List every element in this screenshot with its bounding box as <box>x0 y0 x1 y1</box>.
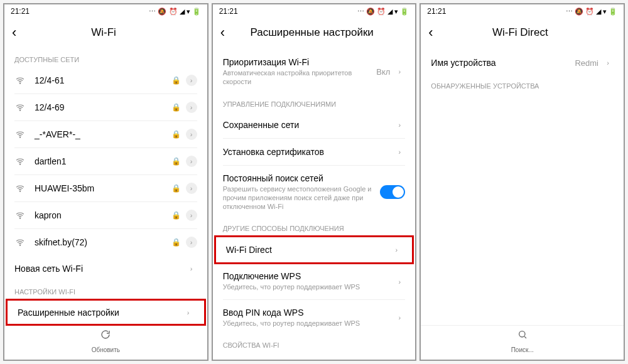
wifi-icon <box>14 103 26 112</box>
network-name: 12/4-61 <box>35 75 171 85</box>
lock-icon: 🔒 <box>171 76 181 85</box>
lock-icon: 🔒 <box>171 157 181 166</box>
wifi-icon <box>14 130 26 139</box>
chevron-right-icon: › <box>394 276 405 287</box>
page-title: Wi-Fi <box>8 26 199 39</box>
refresh-icon[interactable] <box>4 329 207 342</box>
chevron-right-icon: › <box>391 244 402 255</box>
header: ‹ Расширенные настройки <box>213 18 416 50</box>
network-name: HUAWEI-35bm <box>35 183 171 193</box>
always-scan[interactable]: Постоянный поиск сетей Разрешить сервису… <box>213 166 416 219</box>
wps-pin-sub: Убедитесь, что роутер поддерживает WPS <box>223 319 394 328</box>
wifi-direct-label: Wi-Fi Direct <box>226 245 391 255</box>
status-icons: ⋯ 🔕 ⏰ ◢ ▾ 🔋 <box>357 8 409 16</box>
screen-advanced: 21:21 ⋯ 🔕 ⏰ ◢ ▾ 🔋 ‹ Расширенные настройк… <box>212 3 417 361</box>
network-row[interactable]: HUAWEI-35bm🔒› <box>4 175 207 201</box>
chevron-right-icon: › <box>186 156 197 167</box>
priority-sub: Автоматическая настройка приоритетов ско… <box>223 68 377 87</box>
svg-point-5 <box>19 218 20 218</box>
section-available: ДОСТУПНЫЕ СЕТИ <box>4 50 207 67</box>
lock-icon: 🔒 <box>171 130 181 139</box>
wps-title: Подключение WPS <box>223 271 394 281</box>
status-bar: 21:21 ⋯ 🔕 ⏰ ◢ ▾ 🔋 <box>4 4 207 18</box>
wifi-icon <box>14 184 26 193</box>
chevron-right-icon: › <box>186 183 197 194</box>
svg-point-1 <box>19 110 20 110</box>
search-icon[interactable] <box>421 329 624 342</box>
wifi-direct[interactable]: Wi-Fi Direct › <box>214 235 414 264</box>
network-row[interactable]: kapron🔒› <box>4 202 207 228</box>
status-time: 21:21 <box>11 7 30 16</box>
new-network-label: Новая сеть Wi-Fi <box>14 264 186 274</box>
status-icons: ⋯ 🔕 ⏰ ◢ ▾ 🔋 <box>566 8 617 16</box>
device-name-label: Имя устройства <box>431 58 575 68</box>
screen-wifi: 21:21 ⋯ 🔕 ⏰ ◢ ▾ 🔋 ‹ Wi-Fi ДОСТУПНЫЕ СЕТИ… <box>3 3 208 361</box>
bottom-bar: Поиск... <box>421 325 624 360</box>
wifi-priority[interactable]: Приоритизация Wi-Fi Автоматическая настр… <box>213 50 416 94</box>
page-title: Wi-Fi Direct <box>425 26 616 39</box>
scan-toggle[interactable] <box>380 185 405 199</box>
chevron-right-icon: › <box>186 75 197 86</box>
network-row[interactable]: dartlen1🔒› <box>4 148 207 174</box>
chevron-right-icon: › <box>186 102 197 113</box>
chevron-right-icon: › <box>186 263 197 274</box>
network-name: kapron <box>35 210 171 220</box>
lock-icon: 🔒 <box>171 184 181 193</box>
section-properties: СВОЙСТВА WI-FI <box>213 335 416 353</box>
network-name: 12/4-69 <box>35 102 171 112</box>
chevron-right-icon: › <box>394 119 405 131</box>
network-row[interactable]: skifnet.by(72)🔒› <box>4 229 207 255</box>
priority-title: Приоритизация Wi-Fi <box>223 57 377 67</box>
network-row[interactable]: 12/4-69🔒› <box>4 94 207 120</box>
lock-icon: 🔒 <box>171 103 181 112</box>
chevron-right-icon: › <box>183 307 194 318</box>
status-bar: 21:21 ⋯ 🔕 ⏰ ◢ ▾ 🔋 <box>421 4 624 18</box>
saved-label: Сохраненные сети <box>223 120 394 130</box>
svg-point-0 <box>19 83 20 83</box>
status-icons: ⋯ 🔕 ⏰ ◢ ▾ 🔋 <box>149 8 200 16</box>
saved-networks[interactable]: Сохраненные сети › <box>213 112 416 138</box>
scan-sub: Разрешить сервису местоположения Google … <box>223 185 381 211</box>
network-name: dartlen1 <box>35 156 171 166</box>
lock-icon: 🔒 <box>171 211 181 220</box>
wifi-icon <box>14 76 26 85</box>
wifi-icon <box>14 238 26 247</box>
refresh-label: Обновить <box>92 346 120 353</box>
status-bar: 21:21 ⋯ 🔕 ⏰ ◢ ▾ 🔋 <box>213 4 416 18</box>
chevron-right-icon: › <box>186 129 197 140</box>
network-name: _-*AVER*-_ <box>35 129 171 139</box>
network-row[interactable]: 12/4-61🔒› <box>4 67 207 94</box>
header: ‹ Wi-Fi <box>4 18 207 50</box>
wps-connect[interactable]: Подключение WPS Убедитесь, что роутер по… <box>213 264 416 299</box>
device-name[interactable]: Имя устройства Redmi › <box>421 50 624 76</box>
new-network[interactable]: Новая сеть Wi-Fi › <box>4 255 207 282</box>
certs-label: Установка сертификатов <box>223 147 394 157</box>
section-discovered: ОБНАРУЖЕННЫЕ УСТРОЙСТВА <box>421 76 624 94</box>
advanced-label: Расширенные настройки <box>18 308 183 318</box>
section-connections: УПРАВЛЕНИЕ ПОДКЛЮЧЕНИЯМИ <box>213 94 416 112</box>
search-label: Поиск... <box>511 346 534 353</box>
chevron-right-icon: › <box>394 146 405 158</box>
chevron-right-icon: › <box>394 312 405 323</box>
install-certs[interactable]: Установка сертификатов › <box>213 139 416 165</box>
page-title: Расширенные настройки <box>216 26 408 39</box>
wps-pin[interactable]: Ввод PIN кода WPS Убедитесь, что роутер … <box>213 300 416 335</box>
section-other: ДРУГИЕ СПОСОБЫ ПОДКЛЮЧЕНИЯ <box>213 218 416 236</box>
network-row[interactable]: _-*AVER*-_🔒› <box>4 121 207 147</box>
wps-sub: Убедитесь, что роутер поддерживает WPS <box>223 282 394 291</box>
status-time: 21:21 <box>219 7 238 16</box>
wifi-icon <box>14 157 26 166</box>
advanced-settings[interactable]: Расширенные настройки › <box>6 299 206 326</box>
bottom-bar: Обновить <box>4 325 207 360</box>
chevron-right-icon: › <box>602 57 614 68</box>
header: ‹ Wi-Fi Direct <box>421 18 624 50</box>
chevron-right-icon: › <box>394 66 405 77</box>
device-name-value: Redmi <box>575 58 598 68</box>
svg-point-4 <box>19 191 20 191</box>
status-time: 21:21 <box>427 7 446 16</box>
svg-point-2 <box>19 137 20 137</box>
svg-point-6 <box>19 245 20 245</box>
network-name: skifnet.by(72) <box>35 237 171 247</box>
svg-point-7 <box>519 331 524 337</box>
priority-value: Вкл <box>376 67 390 77</box>
